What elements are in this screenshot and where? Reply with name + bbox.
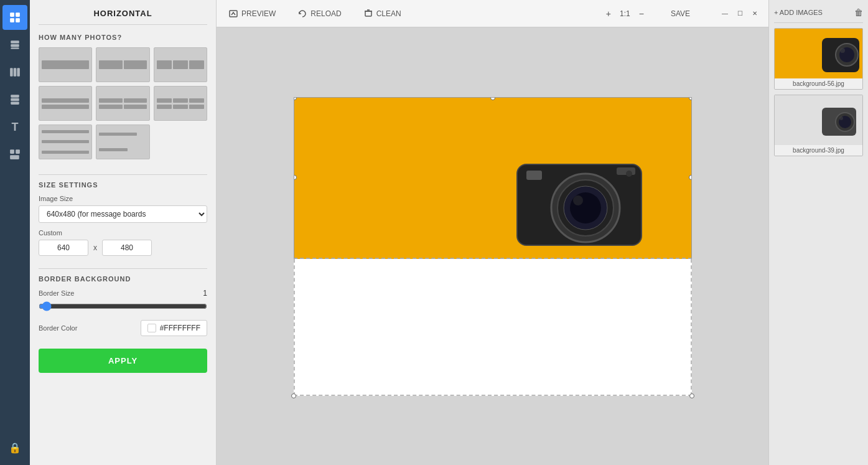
layout-grid <box>39 47 207 159</box>
canvas-wrapper <box>294 97 692 396</box>
zoom-controls: + 1:1 − <box>602 7 648 20</box>
reload-label: RELOAD <box>310 9 341 18</box>
layout-option-8[interactable] <box>96 124 149 159</box>
layout-option-7[interactable] <box>39 124 92 159</box>
svg-rect-4 <box>11 40 19 44</box>
border-color-picker[interactable]: #FFFFFFFF <box>141 320 207 336</box>
handle-middle-right[interactable] <box>689 175 692 180</box>
border-color-value: #FFFFFFFF <box>160 324 200 332</box>
image-size-select[interactable]: 640x480 (for message boards <box>39 205 207 223</box>
svg-rect-11 <box>11 98 19 101</box>
main-area: PREVIEW RELOAD CLEAN + 1:1 − <box>217 0 768 465</box>
svg-rect-6 <box>11 48 19 49</box>
canvas-bottom[interactable] <box>294 259 692 396</box>
image-label-1: background-56.jpg <box>775 78 862 89</box>
panel-title: HORIZONTAL <box>39 9 207 25</box>
svg-rect-1 <box>16 12 20 17</box>
canvas-top-image[interactable] <box>294 97 692 259</box>
svg-rect-27 <box>526 171 542 180</box>
svg-rect-3 <box>16 18 20 22</box>
handle-top-right[interactable] <box>689 97 692 100</box>
clean-button[interactable]: CLEAN <box>360 7 405 21</box>
delete-button[interactable]: 🗑 <box>854 7 863 17</box>
handle-top-center[interactable] <box>490 97 495 100</box>
image-label-2: background-39.jpg <box>775 145 862 156</box>
zoom-subtract-button[interactable]: − <box>635 7 648 20</box>
custom-height-input[interactable] <box>102 240 152 256</box>
window-controls: — ☐ ✕ <box>720 9 760 19</box>
border-color-row: Border Color #FFFFFFFF <box>39 320 207 336</box>
layout-option-5[interactable] <box>96 86 149 121</box>
times-symbol: x <box>93 243 97 252</box>
maximize-button[interactable]: ☐ <box>735 9 745 19</box>
handle-bottom-left[interactable] <box>291 393 296 398</box>
how-many-label: HOW MANY PHOTOS? <box>39 34 207 41</box>
border-slider-wrap <box>39 301 207 314</box>
svg-rect-13 <box>10 149 14 154</box>
add-images-button[interactable]: + ADD IMAGES <box>774 9 823 16</box>
border-section: BORDER BACKGROUND Border Size 1 Border C… <box>39 275 207 336</box>
svg-rect-8 <box>14 68 17 77</box>
handle-bottom-right[interactable] <box>689 393 694 398</box>
layout-option-3[interactable] <box>154 47 207 82</box>
custom-label: Custom <box>39 229 207 237</box>
svg-rect-14 <box>16 149 20 154</box>
right-panel: + ADD IMAGES 🗑 background-56.jpg <box>768 0 868 465</box>
reload-button[interactable]: RELOAD <box>294 7 345 21</box>
custom-width-input[interactable] <box>39 240 88 256</box>
svg-point-39 <box>839 116 843 120</box>
svg-rect-15 <box>10 155 19 159</box>
border-size-slider[interactable] <box>39 301 207 311</box>
border-size-value: 1 <box>203 289 207 298</box>
layout-option-2[interactable] <box>96 47 149 82</box>
image-preview-1 <box>775 29 862 78</box>
svg-point-29 <box>626 171 632 177</box>
svg-point-26 <box>573 195 583 205</box>
clean-label: CLEAN <box>376 9 401 18</box>
svg-rect-10 <box>11 95 19 98</box>
image-preview-2 <box>775 95 862 145</box>
image-size-label: Image Size <box>39 195 207 202</box>
custom-size-row: x <box>39 240 207 256</box>
size-settings-label: SIZE SETTINGS <box>39 181 207 189</box>
svg-rect-2 <box>10 18 14 22</box>
sidebar: T 🔒 <box>0 0 30 465</box>
toolbar: PREVIEW RELOAD CLEAN + 1:1 − <box>217 0 768 27</box>
layout-option-4[interactable] <box>39 86 92 121</box>
handle-middle-left[interactable] <box>294 175 297 180</box>
sidebar-icon-lock[interactable]: 🔒 <box>2 435 27 460</box>
right-panel-header: + ADD IMAGES 🗑 <box>774 5 863 23</box>
border-size-label: Border Size <box>39 289 74 297</box>
preview-button[interactable]: PREVIEW <box>225 7 279 21</box>
sidebar-icon-columns[interactable] <box>2 60 27 85</box>
close-button[interactable]: ✕ <box>750 9 760 19</box>
handle-top-left[interactable] <box>294 97 297 100</box>
divider-1 <box>39 174 207 175</box>
layout-option-1[interactable] <box>39 47 92 82</box>
sidebar-icon-rows[interactable] <box>2 87 27 112</box>
image-thumb-1[interactable]: background-56.jpg <box>774 28 863 90</box>
apply-button[interactable]: APPLY <box>39 349 207 373</box>
layout-option-6[interactable] <box>154 86 207 121</box>
sidebar-icon-layers[interactable] <box>2 32 27 57</box>
image-thumb-2[interactable]: background-39.jpg <box>774 95 863 156</box>
svg-rect-7 <box>10 68 13 77</box>
border-size-row: Border Size 1 <box>39 289 207 298</box>
zoom-add-button[interactable]: + <box>602 7 615 20</box>
zoom-value: 1:1 <box>620 9 630 18</box>
sidebar-icon-grid[interactable] <box>2 5 27 30</box>
svg-rect-17 <box>365 11 371 16</box>
camera-illustration <box>480 133 679 258</box>
sidebar-icon-text[interactable]: T <box>2 115 27 139</box>
svg-point-34 <box>840 48 845 53</box>
save-button[interactable]: SAVE <box>663 7 695 21</box>
border-background-label: BORDER BACKGROUND <box>39 275 207 283</box>
svg-rect-28 <box>617 167 635 175</box>
minimize-button[interactable]: — <box>720 9 730 19</box>
svg-rect-5 <box>11 44 19 47</box>
svg-rect-12 <box>11 101 19 105</box>
svg-rect-0 <box>10 12 14 17</box>
sidebar-icon-grid2[interactable] <box>2 142 27 167</box>
color-swatch <box>147 324 156 332</box>
left-panel: HORIZONTAL HOW MANY PHOTOS? <box>30 0 217 465</box>
